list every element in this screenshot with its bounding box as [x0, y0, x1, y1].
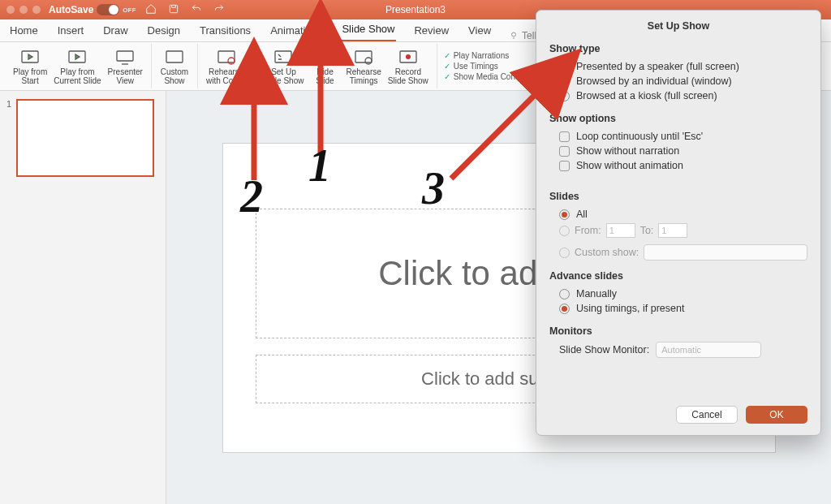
slides-from-row[interactable]: From: 1 To: 1 [549, 223, 807, 238]
dialog-title: Set Up Show [549, 20, 807, 32]
check-loop-esc[interactable]: Loop continuously until 'Esc' [549, 129, 807, 144]
svg-point-7 [228, 58, 235, 64]
radio-advance-timings[interactable]: Using timings, if present [549, 301, 807, 316]
setup-icon [273, 49, 294, 67]
autosave-label: AutoSave [49, 4, 93, 15]
svg-point-1 [512, 32, 516, 37]
autosave-toggle[interactable]: AutoSave OFF [49, 4, 136, 15]
record-slide-show-button[interactable]: Record Slide Show [385, 47, 432, 87]
radio-browsed-individual[interactable]: Browsed by an individual (window) [549, 74, 807, 88]
to-spinner[interactable]: 1 [658, 223, 687, 238]
tab-slide-show[interactable]: Slide Show [340, 19, 396, 41]
radio-advance-manually[interactable]: Manually [549, 286, 807, 301]
svg-rect-5 [166, 51, 183, 62]
monitors-heading: Monitors [549, 325, 807, 337]
bulb-icon [509, 31, 519, 41]
tab-view[interactable]: View [467, 21, 493, 41]
play-from-current-button[interactable]: Play from Current Slide [50, 47, 104, 87]
check-without-narration[interactable]: Show without narration [549, 144, 807, 158]
tab-design[interactable]: Design [146, 21, 182, 41]
rehearse-coach-button[interactable]: Rehearse with Coach [203, 47, 249, 87]
svg-rect-0 [170, 5, 178, 12]
custom-show-row[interactable]: Custom show: [549, 244, 807, 261]
play-from-start-button[interactable]: Play from Start [10, 47, 50, 87]
radio-browsed-kiosk[interactable]: Browsed at a kiosk (full screen) [549, 88, 807, 103]
set-up-slide-show-button[interactable]: Set Up Slide Show [260, 47, 307, 87]
presenter-icon [114, 49, 136, 67]
custom-show-select[interactable] [644, 244, 807, 261]
presenter-view-button[interactable]: Presenter View [105, 47, 146, 87]
slides-heading: Slides [549, 191, 807, 202]
radio-presented-speaker[interactable]: Presented by a speaker (full screen) [549, 59, 807, 74]
monitor-label: Slide Show Monitor: [559, 344, 649, 355]
svg-rect-8 [275, 51, 291, 62]
thumb-number: 1 [6, 99, 11, 177]
monitor-select[interactable]: Automatic [656, 342, 761, 358]
set-up-show-dialog: Set Up Show Show type Presented by a spe… [536, 10, 821, 436]
slide-thumb-1[interactable] [16, 99, 154, 177]
radio-slides-all[interactable]: All [549, 207, 807, 222]
svg-rect-6 [218, 51, 235, 62]
home-icon[interactable] [145, 3, 157, 17]
tab-transitions[interactable]: Transitions [198, 21, 252, 41]
custom-show-icon [164, 49, 185, 67]
svg-rect-4 [117, 51, 133, 61]
tab-insert[interactable]: Insert [56, 21, 86, 41]
custom-show-button[interactable]: Custom Show [157, 47, 192, 87]
slide-thumbnails[interactable]: 1 [0, 91, 166, 504]
use-timings-check[interactable]: ✓Use Timings [444, 62, 498, 71]
svg-line-10 [318, 53, 331, 62]
ok-button[interactable]: OK [746, 406, 807, 424]
timings-icon [353, 49, 374, 67]
play-narrations-check[interactable]: ✓Play Narrations [444, 51, 509, 60]
check-without-animation[interactable]: Show without animation [549, 158, 807, 173]
show-options-heading: Show options [549, 113, 807, 124]
tab-review[interactable]: Review [412, 21, 450, 41]
tab-draw[interactable]: Draw [101, 21, 129, 41]
svg-rect-11 [355, 51, 372, 62]
toggle-icon[interactable] [97, 4, 119, 15]
cancel-button[interactable]: Cancel [676, 406, 738, 424]
tab-home[interactable]: Home [8, 21, 40, 41]
show-type-heading: Show type [549, 43, 807, 54]
redo-icon[interactable] [213, 3, 225, 17]
advance-heading: Advance slides [549, 270, 807, 282]
svg-point-14 [406, 54, 411, 59]
save-icon[interactable] [168, 3, 179, 17]
hide-slide-button[interactable]: Hide Slide [307, 47, 342, 87]
undo-icon[interactable] [191, 3, 202, 17]
coach-icon [216, 49, 237, 67]
tab-animations[interactable]: Animations [269, 21, 324, 41]
play-current-icon [67, 49, 88, 67]
svg-point-12 [365, 58, 372, 64]
window-controls[interactable] [6, 6, 41, 14]
play-icon [19, 49, 41, 67]
rehearse-timings-button[interactable]: Rehearse Timings [342, 47, 384, 87]
document-title: Presentation3 [385, 4, 446, 15]
record-icon [398, 49, 419, 67]
hide-icon [314, 49, 335, 67]
show-media-check[interactable]: ✓Show Media Controls [444, 72, 531, 81]
playback-checks: ✓Play Narrations ✓Use Timings ✓Show Medi… [437, 44, 538, 88]
from-spinner[interactable]: 1 [606, 223, 635, 238]
